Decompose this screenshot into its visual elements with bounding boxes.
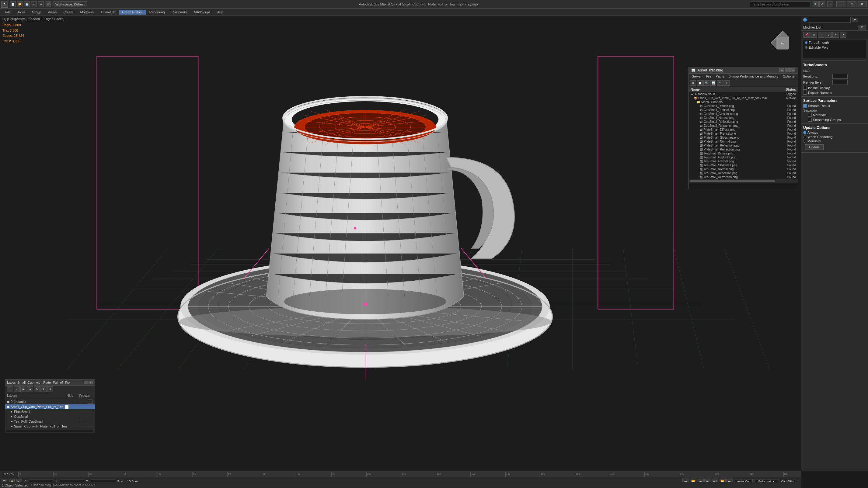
layer-row-0[interactable]: ◼ 0 (default) —— —— <box>5 399 95 404</box>
materials-checkbox[interactable] <box>808 113 812 117</box>
layer-add-sel-btn[interactable]: ▶ <box>20 386 27 392</box>
workspace-label[interactable]: Workspace: Default <box>53 2 87 7</box>
layer-row-2[interactable]: ▸ PlateSmall —— —— <box>5 409 95 414</box>
help-button[interactable]: ? <box>827 1 833 7</box>
panel-options-btn[interactable]: ▼ <box>852 18 858 22</box>
asset-menu-file[interactable]: File <box>704 74 713 78</box>
undo-btn[interactable]: ↩ <box>31 1 37 7</box>
asset-menu-server[interactable]: Server <box>690 74 704 78</box>
layer-row-3[interactable]: ▸ CupSmall —— —— <box>5 414 95 419</box>
asset-row-0[interactable]: 🏛Autodesk VaultLogged <box>689 92 798 96</box>
search-input[interactable] <box>750 2 811 7</box>
asset-row-8[interactable]: 🖼CupSmall_Refraction.pngFound <box>689 124 798 128</box>
search-btn[interactable]: 🔍 <box>813 1 819 7</box>
when-rendering-radio[interactable] <box>803 135 806 138</box>
mod-item-turbosmooth[interactable]: TurboSmooth <box>803 40 866 45</box>
asset-tool-1[interactable]: ⚙ <box>690 80 696 86</box>
close-btn[interactable]: ✕ <box>857 1 867 7</box>
asset-menu-options[interactable]: Options <box>781 74 796 78</box>
menu-rendering[interactable]: Rendering <box>146 10 168 14</box>
asset-scroll-thumb[interactable] <box>690 180 775 182</box>
update-button[interactable]: Update <box>805 144 824 150</box>
menu-customize[interactable]: Customize <box>168 10 190 14</box>
maximize-btn[interactable]: □ <box>847 1 857 7</box>
asset-scrollbar[interactable] <box>690 180 797 182</box>
iterations-input[interactable]: 0 <box>832 74 848 79</box>
asset-row-7[interactable]: 🖼CupSmall_Reflection.pngFound <box>689 120 798 124</box>
layer-close-btn[interactable]: ✕ <box>89 381 93 384</box>
layer-highlight-btn[interactable]: ✦ <box>40 386 46 392</box>
menu-views[interactable]: Views <box>45 10 60 14</box>
asset-row-20[interactable]: 🖼TeaSmall_Reflection.pngFound <box>689 171 798 175</box>
layer-prop-btn[interactable]: ℹ <box>47 386 53 392</box>
mod-pin-btn[interactable]: 📌 <box>803 32 810 38</box>
asset-minimize-btn[interactable]: ─ <box>779 68 784 72</box>
asset-menu-bitmap[interactable]: Bitmap Performance and Memory <box>726 74 780 78</box>
minimize-btn[interactable]: ─ <box>836 1 846 7</box>
menu-help[interactable]: Help <box>214 10 227 14</box>
menu-animation[interactable]: Animation <box>97 10 118 14</box>
asset-row-2[interactable]: 📁Maps / Shaders <box>689 100 798 104</box>
asset-row-13[interactable]: 🖼PlateSmall_Reflection.pngFound <box>689 143 798 148</box>
menu-graph-editors[interactable]: Graph Editors <box>119 10 146 14</box>
manually-radio[interactable] <box>803 139 806 142</box>
mod-delete-btn[interactable]: ✕ <box>832 32 839 38</box>
asset-tool-4[interactable]: 📊 <box>710 80 716 86</box>
layer-delete-btn[interactable]: ✕ <box>14 386 20 392</box>
render-btn[interactable]: 🎬 <box>45 1 51 7</box>
new-btn[interactable]: 📄 <box>10 1 16 7</box>
asset-row-1[interactable]: 📦Small_Cup_with_Plate_Full_of_Tea_max_vr… <box>689 96 798 100</box>
layer-row-5[interactable]: ▸ Small_Cup_with_Plate_Full_of_Tea —— —— <box>5 424 95 429</box>
mod-config-btn[interactable]: ⚙ <box>810 32 817 38</box>
asset-row-16[interactable]: 🖼TeaSmall_FogColor.pngFound <box>689 155 798 159</box>
menu-tools[interactable]: Tools <box>14 10 28 14</box>
mod-move-up-btn[interactable]: ↑ <box>818 32 825 38</box>
mod-item-editablepoly[interactable]: Editable Poly <box>803 45 866 50</box>
mod-move-down-btn[interactable]: ↓ <box>825 32 832 38</box>
layer-row-1[interactable]: ◼ Small_Cup_with_Plate_Full_of_Tea ✓ <box>5 404 95 409</box>
layer-vis-0[interactable] <box>88 399 93 404</box>
layer-help-btn[interactable]: ? <box>84 381 88 384</box>
viewport[interactable]: [+] [Perspective] [Shaded + Edged Faces]… <box>0 16 801 471</box>
asset-row-6[interactable]: 🖼CupSmall_Normal.pngFound <box>689 116 798 120</box>
asset-row-5[interactable]: 🖼CupSmall_Glossines.pngFound <box>689 112 798 116</box>
asset-row-3[interactable]: 🖼CupSmall_Diffuse.pngFound <box>689 104 798 108</box>
asset-info-btn[interactable]: ℹ <box>723 80 730 86</box>
asset-tool-3[interactable]: 🔍 <box>704 80 710 86</box>
menu-modifiers[interactable]: Modifiers <box>77 10 97 14</box>
save-btn[interactable]: 💾 <box>24 1 30 7</box>
menu-maxscript[interactable]: MAXScript <box>191 10 213 14</box>
layer-sel-obj-btn[interactable]: ◀ <box>27 386 33 392</box>
menu-group[interactable]: Group <box>29 10 44 14</box>
object-name-input[interactable]: CupSmall <box>808 17 851 23</box>
modifier-dropdown-btn[interactable]: ▼ <box>858 25 866 30</box>
asset-row-17[interactable]: 🖼TeaSmall_Frensel.pngFound <box>689 159 798 163</box>
asset-row-4[interactable]: 🖼CupSmall_Frensel.pngFound <box>689 108 798 112</box>
asset-help-btn[interactable]: ? <box>717 80 723 86</box>
always-radio[interactable] <box>803 131 806 134</box>
asset-row-9[interactable]: 🖼PlateSmall_Diffuse.pngFound <box>689 128 798 132</box>
asset-row-18[interactable]: 🖼TeaSmall_Glossines.pngFound <box>689 163 798 167</box>
explicit-normals-checkbox[interactable] <box>803 91 807 95</box>
open-btn[interactable]: 📂 <box>17 1 23 7</box>
asset-row-14[interactable]: 🖼PlateSmall_Refraction.pngFound <box>689 148 798 152</box>
redo-btn[interactable]: ↪ <box>38 1 44 7</box>
asset-close-btn[interactable]: ✕ <box>790 68 795 72</box>
layer-scrollbar[interactable] <box>6 430 93 432</box>
asset-row-15[interactable]: 🖼TeaSmall_Diffuse.pngFound <box>689 152 798 155</box>
layer-new-btn[interactable]: + <box>7 386 13 392</box>
search-filter-btn[interactable]: ⚙ <box>819 1 826 7</box>
menu-edit[interactable]: Edit <box>2 10 14 14</box>
layer-row-4[interactable]: ▸ Tea_Full_CupSmall —— —— <box>5 419 95 424</box>
asset-file-list[interactable]: 🏛Autodesk VaultLogged📦Small_Cup_with_Pla… <box>689 92 798 179</box>
menu-create[interactable]: Create <box>60 10 76 14</box>
smooth-result-checkbox[interactable] <box>803 104 807 108</box>
asset-maximize-btn[interactable]: □ <box>785 68 790 72</box>
asset-menu-paths[interactable]: Paths <box>714 74 726 78</box>
smoothing-groups-checkbox[interactable] <box>808 118 812 122</box>
mod-help-btn[interactable]: ? <box>840 32 846 38</box>
layer-merge-btn[interactable]: ⊕ <box>34 386 40 392</box>
timeline-bar[interactable]: 0102030405060708090100110120130140150160… <box>18 471 801 477</box>
asset-tool-2[interactable]: 📋 <box>697 80 703 86</box>
asset-row-21[interactable]: 🖼TeaSmall_Refraction.pngFound <box>689 175 798 179</box>
